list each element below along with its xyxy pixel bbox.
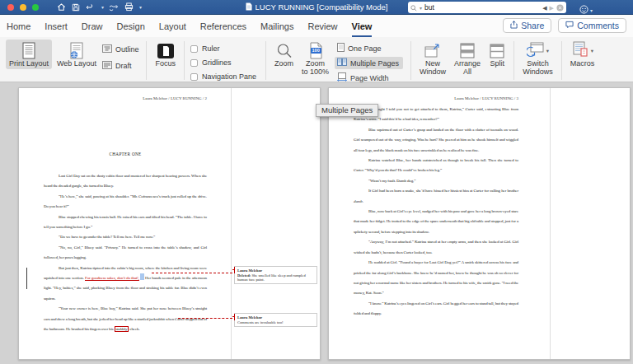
arrange-all-button[interactable]: ArrangeAll (451, 40, 484, 77)
page-body: “I thought I told you not to get attache… (354, 105, 518, 320)
group-divider (265, 41, 266, 80)
outline-icon (102, 44, 112, 54)
paragraph: “Anyway, I’m not attached.” Katrina star… (354, 237, 518, 258)
tab-draw[interactable]: Draw (82, 21, 103, 37)
multiple-pages-tooltip: Multiple Pages (316, 104, 378, 117)
zoom-to-100-button[interactable]: 100 Zoomto 100% (298, 40, 332, 77)
tab-home[interactable]: Home (7, 21, 30, 37)
comment-connector-line (152, 273, 232, 273)
chapter-heading: CHAPTER ONE (44, 152, 207, 156)
search-box[interactable]: ▾ ◀ ▶ (408, 2, 566, 13)
new-window-button[interactable]: NewWindow (416, 40, 449, 77)
paragraph-with-tracked-insertion: But just then, Katrina tiptoed into the … (44, 264, 207, 305)
multiple-pages-button[interactable]: Multiple Pages (335, 57, 403, 69)
one-page-button[interactable]: One Page (335, 42, 403, 54)
new-window-icon (424, 41, 441, 60)
document-icon (246, 2, 252, 12)
gridlines-checkbox[interactable]: Gridlines (190, 58, 256, 67)
zoom-button[interactable]: Zoom (271, 40, 297, 69)
comment-tick (234, 314, 235, 320)
comment-card[interactable]: Laura Melchor Deleted: She smelled like … (234, 266, 317, 284)
find-next-icon[interactable]: ▶ (550, 5, 554, 11)
comments-button[interactable]: Comments (558, 18, 626, 33)
tab-insert[interactable]: Insert (45, 21, 68, 37)
undo-dropdown-icon[interactable]: ▾ (101, 4, 104, 10)
macros-button[interactable]: ▾ Macros (567, 40, 598, 69)
feedback-smiley-icon[interactable] (579, 2, 588, 17)
paragraph: Blue squirmed out of Carter’s grasp and … (354, 125, 518, 156)
tab-references[interactable]: References (200, 21, 246, 37)
print-layout-button[interactable]: Print Layout (6, 40, 52, 69)
page-width-button[interactable]: Page Width (335, 72, 403, 84)
paragraph: If Girl had been born a snake, she’d hav… (354, 186, 518, 207)
macros-icon (571, 41, 589, 61)
draft-button[interactable]: Draft (102, 61, 139, 71)
multiple-pages-icon (337, 58, 347, 68)
paragraph: “He’s here,” she said, pawing at his sho… (44, 192, 207, 212)
paragraph: Katrina watched Blue, her hands outstret… (354, 156, 518, 176)
close-button[interactable] (7, 4, 14, 11)
find-previous-icon[interactable]: ◀ (542, 5, 546, 11)
ribbon-tab-row: Home Insert Draw Design Layout Reference… (0, 15, 633, 37)
switch-windows-icon (527, 41, 545, 61)
checkbox-icon (190, 59, 198, 67)
page-width-icon (337, 72, 347, 83)
word-window: ▾ ▾ LUCY RUNNING [Compatibility Mode] ▾ … (0, 0, 633, 364)
switch-windows-button[interactable]: ▾ SwitchWindows (519, 40, 556, 77)
split-button[interactable]: Split (485, 40, 509, 69)
draft-icon (102, 61, 112, 71)
group-divider (146, 41, 147, 80)
toolbar-options-icon[interactable]: ▾ (139, 4, 142, 10)
paragraph: “No, no, Girl,” Bluey said. “Privacy.” H… (44, 243, 207, 264)
group-divider (513, 41, 514, 80)
tab-layout[interactable]: Layout (159, 21, 186, 37)
paragraph: “I know.” Katrina’s eyes lingered on Gir… (354, 299, 518, 320)
page-body: Last Girl Day sat on the dusty cabin flo… (44, 171, 207, 335)
web-layout-button[interactable]: Web Layout (54, 40, 100, 69)
print-icon[interactable] (124, 2, 134, 12)
paragraph-with-comment-anchor: “Your new owner is here, Blue boy,” Katr… (44, 304, 207, 334)
share-icon (510, 21, 518, 30)
ruler-checkbox[interactable]: Ruler (190, 44, 256, 53)
focus-button[interactable]: Focus (152, 40, 179, 69)
document-canvas[interactable]: Laura Melchor / LUCY RUNNING / 2 CHAPTER… (0, 83, 633, 364)
navigation-pane-checkbox[interactable]: Navigation Pane (190, 72, 256, 81)
paragraph: Blue, now back at Girl’s eye level, nudg… (354, 207, 518, 237)
clear-search-icon[interactable] (556, 0, 564, 15)
comment-card[interactable]: Laura Melchor Comments are invaluable to… (234, 313, 317, 327)
page-header: Laura Melchor / LUCY RUNNING / 3 (354, 96, 518, 100)
title-bar: ▾ ▾ LUCY RUNNING [Compatibility Mode] ▾ … (0, 0, 633, 15)
comment-bubble-icon (565, 21, 574, 30)
zoom-100-icon: 100 (308, 41, 323, 60)
paragraph: Last Girl Day sat on the dusty cabin flo… (44, 171, 207, 192)
search-scope-chevron-icon[interactable]: ▾ (420, 5, 422, 11)
home-icon[interactable] (57, 2, 66, 12)
tab-review[interactable]: Review (307, 21, 337, 37)
page-1[interactable]: Laura Melchor / LUCY RUNNING / 2 CHAPTER… (18, 87, 321, 360)
italic-text: dumb (354, 199, 363, 203)
outline-button[interactable]: Outline (102, 44, 139, 54)
tab-mailings[interactable]: Mailings (260, 21, 293, 37)
page-header: Laura Melchor / LUCY RUNNING / 2 (44, 96, 207, 100)
tab-design[interactable]: Design (117, 21, 145, 37)
minimize-button[interactable] (20, 4, 26, 11)
arrange-all-icon (459, 41, 476, 60)
split-icon (489, 41, 505, 60)
checkbox-icon (190, 45, 198, 53)
comment-connector-line (178, 318, 232, 319)
zoom-window-button[interactable] (32, 4, 39, 11)
page-2[interactable]: Laura Melchor / LUCY RUNNING / 3 “I thou… (328, 87, 631, 360)
paragraph: He nodded at Girl. “Found a buyer for La… (354, 258, 518, 299)
share-button[interactable]: Share (503, 18, 551, 33)
paragraph: Blue stopped chewing his tennis ball. He… (44, 212, 207, 233)
comment-anchor-text[interactable]: stubbly (115, 326, 129, 332)
undo-icon[interactable] (86, 3, 96, 12)
group-divider (561, 41, 562, 80)
comment-deleted-label: Deleted: (237, 273, 251, 278)
redo-icon[interactable] (110, 3, 119, 12)
save-icon[interactable] (72, 3, 80, 12)
tracked-insertion-text: For goodness sakes, don’t do that!, (85, 276, 139, 280)
tab-view[interactable]: View (352, 21, 373, 37)
search-input[interactable] (424, 2, 540, 12)
feedback-chevron-icon[interactable]: ▾ (590, 7, 593, 13)
